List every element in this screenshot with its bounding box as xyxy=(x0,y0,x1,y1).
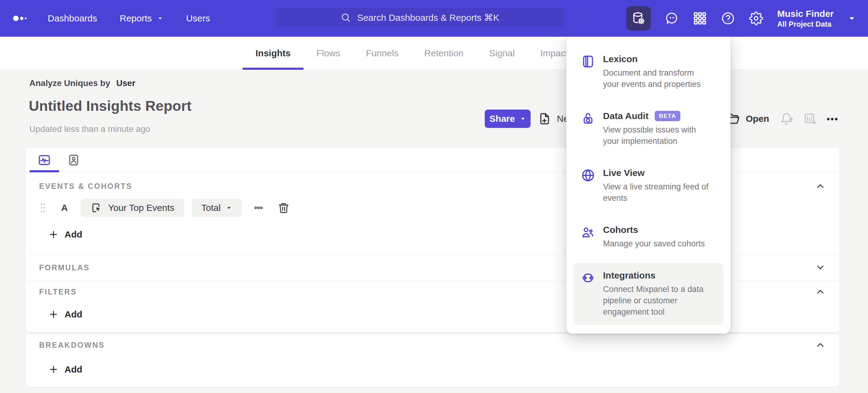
top-nav: Dashboards Reports Users Search Dashboar… xyxy=(0,0,868,37)
grid-icon xyxy=(693,11,707,25)
metric-selector-label: Total xyxy=(202,203,221,213)
menu-item-integrations[interactable]: Integrations Connect Mixpanel to a data … xyxy=(574,263,723,325)
tab-flows[interactable]: Flows xyxy=(304,37,353,70)
apps-grid-button[interactable] xyxy=(693,11,707,25)
plus-icon xyxy=(49,309,58,319)
share-button[interactable]: Share xyxy=(485,110,531,128)
mixpanel-logo-icon[interactable] xyxy=(13,15,32,22)
menu-item-live-view[interactable]: Live View View a live streaming feed of … xyxy=(574,160,723,211)
data-management-menu: Lexicon Document and transform your even… xyxy=(566,35,731,334)
chevron-down-icon xyxy=(815,263,826,272)
filters-section-label: FILTERS xyxy=(39,287,77,296)
event-row-options-button[interactable] xyxy=(252,203,265,213)
report-overflow-menu-button[interactable] xyxy=(825,113,839,125)
tab-events-view[interactable] xyxy=(30,148,59,172)
tab-funnels[interactable]: Funnels xyxy=(353,37,411,70)
nav-item-reports[interactable]: Reports xyxy=(120,13,163,24)
menu-item-cohorts[interactable]: Cohorts Manage your saved cohorts xyxy=(574,217,723,257)
create-alert-button[interactable] xyxy=(780,112,794,126)
profile-card-icon xyxy=(67,153,80,167)
primary-nav: Dashboards Reports Users xyxy=(48,0,210,37)
lexicon-book-icon xyxy=(581,55,595,68)
add-breakdown-label: Add xyxy=(64,364,82,375)
project-selector[interactable]: Music Finder All Project Data xyxy=(777,8,834,29)
formulas-section-label: FORMULAS xyxy=(39,263,90,272)
chevron-up-icon xyxy=(815,181,826,191)
ellipsis-icon xyxy=(825,113,839,125)
tab-insights[interactable]: Insights xyxy=(243,37,304,70)
add-event-label: Add xyxy=(64,229,82,240)
menu-item-text: Lexicon Document and transform your even… xyxy=(603,54,710,90)
data-management-button[interactable] xyxy=(626,6,651,31)
breakdowns-card: BREAKDOWNS Add xyxy=(25,334,840,387)
search-icon xyxy=(340,12,351,23)
add-to-board-button[interactable] xyxy=(803,112,817,126)
menu-item-desc: Manage your saved cohorts xyxy=(603,238,705,249)
help-button[interactable] xyxy=(721,11,735,25)
add-breakdown-button[interactable]: Add xyxy=(49,363,840,376)
expand-formulas-button[interactable] xyxy=(815,263,826,272)
feedback-bubble-icon xyxy=(665,11,679,25)
menu-item-text: Integrations Connect Mixpanel to a data … xyxy=(603,270,710,318)
plus-icon xyxy=(49,365,58,374)
analyze-entity-selector[interactable]: User xyxy=(117,78,135,88)
tab-profiles-view[interactable] xyxy=(59,148,88,172)
settings-button[interactable] xyxy=(749,11,763,25)
beta-badge: BETA xyxy=(655,111,680,121)
breakdowns-section-label: BREAKDOWNS xyxy=(39,341,105,349)
open-report-button[interactable]: Open xyxy=(726,110,769,128)
events-section-label: EVENTS & COHORTS xyxy=(39,182,132,191)
menu-item-desc: View possible issues with your implement… xyxy=(603,124,710,147)
feedback-button[interactable] xyxy=(665,11,679,25)
chevron-down-icon xyxy=(157,15,163,22)
collapse-filters-button[interactable] xyxy=(815,287,826,296)
breakdowns-section-header: BREAKDOWNS xyxy=(25,340,840,349)
menu-item-desc: View a live streaming feed of events xyxy=(603,181,710,204)
collapse-events-button[interactable] xyxy=(815,181,826,191)
event-selector-label: Your Top Events xyxy=(108,203,175,213)
nav-item-dashboards[interactable]: Dashboards xyxy=(48,13,97,24)
report-type-tabbar: Insights Flows Funnels Retention Signal … xyxy=(0,37,868,70)
page-title[interactable]: Untitled Insights Report xyxy=(29,97,192,114)
metric-selector[interactable]: Total xyxy=(192,199,242,217)
menu-item-title: Data Audit xyxy=(603,111,649,121)
menu-item-title: Integrations xyxy=(603,270,656,281)
tab-retention[interactable]: Retention xyxy=(411,37,476,70)
search-input[interactable]: Search Dashboards & Reports ⌘K xyxy=(276,8,564,27)
menu-item-title: Cohorts xyxy=(603,225,638,235)
menu-item-data-audit[interactable]: Data Audit BETA View possible issues wit… xyxy=(574,104,723,154)
series-letter: A xyxy=(61,203,68,213)
drag-handle[interactable] xyxy=(39,202,46,214)
chevron-down-icon xyxy=(226,205,232,210)
chevron-up-icon xyxy=(815,287,826,296)
menu-item-text: Cohorts Manage your saved cohorts xyxy=(603,225,705,249)
database-gear-icon xyxy=(631,11,646,26)
ellipsis-outline-icon xyxy=(252,203,265,213)
nav-item-label: Users xyxy=(186,13,210,24)
menu-item-desc: Connect Mixpanel to a data pipeline or c… xyxy=(603,284,710,318)
open-label: Open xyxy=(746,114,769,124)
menu-item-title: Live View xyxy=(603,168,645,178)
event-selector[interactable]: Your Top Events xyxy=(81,199,184,217)
share-label: Share xyxy=(489,114,515,124)
menu-item-lexicon[interactable]: Lexicon Document and transform your even… xyxy=(574,47,723,97)
tab-signal[interactable]: Signal xyxy=(476,37,528,70)
menu-item-desc: Document and transform your events and p… xyxy=(603,67,710,90)
cohorts-users-icon xyxy=(581,225,595,240)
nav-item-users[interactable]: Users xyxy=(186,13,210,24)
updated-timestamp: Updated less than a minute ago xyxy=(29,124,150,134)
collapse-breakdowns-button[interactable] xyxy=(815,340,826,349)
chart-plus-icon xyxy=(803,112,817,126)
menu-item-title: Lexicon xyxy=(603,54,638,64)
trash-icon xyxy=(278,201,290,214)
delete-event-row-button[interactable] xyxy=(278,201,290,214)
bell-plus-icon xyxy=(780,112,794,126)
plus-icon xyxy=(49,229,58,240)
nav-item-label: Reports xyxy=(120,13,152,24)
event-click-icon xyxy=(90,202,102,214)
integrations-sync-icon xyxy=(581,271,595,285)
add-filter-label: Add xyxy=(64,309,82,319)
nav-right-cluster: Music Finder All Project Data xyxy=(626,0,856,37)
menu-item-text: Live View View a live streaming feed of … xyxy=(603,168,710,204)
chevron-down-icon[interactable] xyxy=(848,15,856,22)
